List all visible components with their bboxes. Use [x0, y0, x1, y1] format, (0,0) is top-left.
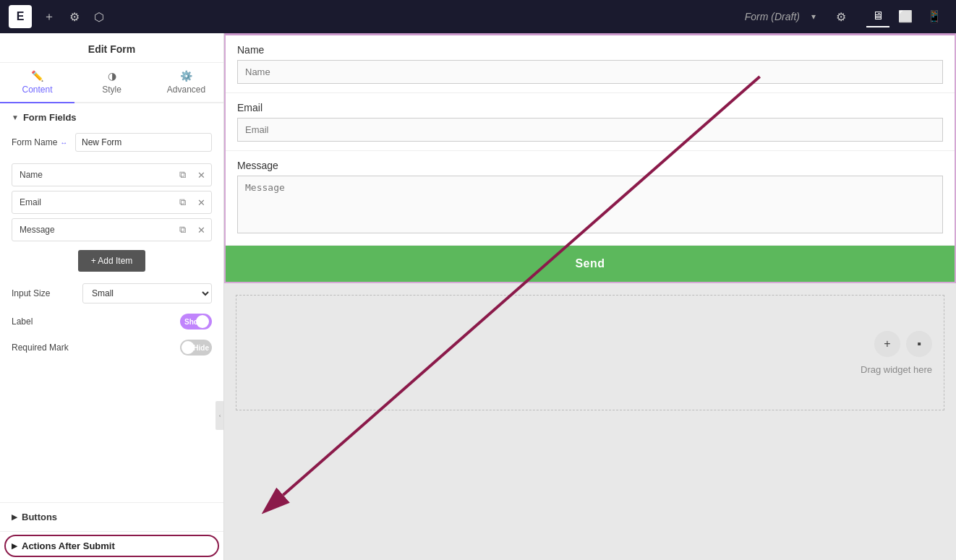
- form-field-message: Message: [226, 151, 955, 246]
- label-toggle-row: Label Show: [12, 314, 212, 329]
- tab-style[interactable]: ◑ Style: [74, 63, 149, 102]
- desktop-view-btn[interactable]: 🖥: [866, 7, 889, 27]
- add-item-button[interactable]: + Add Item: [78, 250, 146, 272]
- sidebar-tabs: ✏️ Content ◑ Style ⚙️ Advanced: [0, 63, 223, 103]
- required-mark-toggle-row: Required Mark Hide: [12, 340, 212, 356]
- name-field-input[interactable]: [237, 60, 943, 84]
- content-tab-icon: ✏️: [31, 70, 43, 82]
- field-remove-btn-name[interactable]: ✕: [192, 165, 211, 185]
- tab-content[interactable]: ✏️ Content: [0, 63, 74, 103]
- sidebar-content: ▼ Form Fields Form Name ↔ Name ⧉ ✕: [0, 103, 223, 502]
- main-layout: Edit Form ✏️ Content ◑ Style ⚙️ Advanced…: [0, 33, 956, 560]
- view-icons: 🖥 ⬜ 📱: [866, 7, 947, 27]
- form-field-email: Email: [226, 93, 955, 151]
- email-field-input[interactable]: [237, 118, 943, 142]
- field-copy-btn-name[interactable]: ⧉: [174, 165, 192, 185]
- form-fields-section-header[interactable]: ▼ Form Fields: [12, 112, 212, 123]
- field-item-name: Name ⧉ ✕: [12, 163, 212, 186]
- input-size-label: Input Size: [12, 288, 77, 298]
- input-size-select[interactable]: Small Medium Large: [82, 283, 212, 303]
- input-size-row: Input Size Small Medium Large: [12, 283, 212, 303]
- drag-widget-area: + ▪ Drag widget here: [236, 295, 944, 410]
- actions-section-header[interactable]: ▶ Actions After Submit: [12, 540, 212, 551]
- field-item-message: Message ⧉ ✕: [12, 218, 212, 241]
- section-arrow-icon: ▼: [12, 113, 19, 121]
- field-remove-btn-message[interactable]: ✕: [192, 220, 211, 240]
- sidebar-title: Edit Form: [0, 33, 223, 63]
- send-button[interactable]: Send: [226, 246, 955, 282]
- layers-icon[interactable]: ⬡: [91, 7, 107, 27]
- tablet-view-btn[interactable]: ⬜: [892, 7, 918, 27]
- folder-widget-btn[interactable]: ▪: [906, 331, 932, 357]
- add-widget-btn[interactable]: +: [874, 331, 900, 357]
- form-name-row: Form Name ↔: [12, 133, 212, 152]
- actions-after-submit-section: ▶ Actions After Submit: [0, 531, 223, 560]
- actions-arrow-icon: ▶: [12, 542, 17, 550]
- topbar-gear-icon[interactable]: ⚙: [836, 10, 846, 24]
- add-icon[interactable]: ＋: [40, 7, 58, 27]
- page-title: Form (Draft): [745, 11, 800, 22]
- required-mark-label: Required Mark: [12, 343, 180, 353]
- drag-area-text: Drag widget here: [861, 364, 932, 375]
- tab-advanced[interactable]: ⚙️ Advanced: [149, 63, 223, 102]
- label-toggle-label: Label: [12, 316, 180, 327]
- buttons-section-header[interactable]: ▶ Buttons: [12, 512, 212, 522]
- canvas: Name Email Message Send + ▪ Drag widget …: [224, 33, 956, 560]
- settings-icon[interactable]: ⚙: [67, 7, 82, 27]
- buttons-section: ▶ Buttons: [0, 502, 223, 531]
- email-field-label: Email: [237, 102, 943, 113]
- elementor-logo[interactable]: E: [9, 5, 32, 28]
- buttons-arrow-icon: ▶: [12, 513, 17, 521]
- collapse-handle-button[interactable]: ‹: [215, 401, 224, 430]
- form-name-label: Form Name ↔: [12, 137, 69, 147]
- field-copy-btn-email[interactable]: ⧉: [174, 192, 192, 212]
- advanced-tab-icon: ⚙️: [180, 70, 192, 82]
- form-preview: Name Email Message Send: [224, 33, 956, 283]
- field-remove-btn-email[interactable]: ✕: [192, 193, 211, 212]
- topbar: E ＋ ⚙ ⬡ Form (Draft) ▾ ⚙ 🖥 ⬜ 📱: [0, 0, 956, 33]
- title-chevron-icon[interactable]: ▾: [811, 12, 816, 22]
- label-toggle[interactable]: Show: [180, 314, 212, 329]
- form-name-input[interactable]: [75, 133, 212, 152]
- drag-area-icons: + ▪: [874, 331, 932, 357]
- name-field-label: Name: [237, 44, 943, 56]
- field-item-email: Email ⧉ ✕: [12, 191, 212, 214]
- message-field-label: Message: [237, 160, 943, 171]
- mobile-view-btn[interactable]: 📱: [921, 7, 947, 27]
- field-list: Name ⧉ ✕ Email ⧉ ✕ Message ⧉ ✕: [12, 163, 212, 241]
- message-field-textarea[interactable]: [237, 176, 943, 233]
- sidebar: Edit Form ✏️ Content ◑ Style ⚙️ Advanced…: [0, 33, 224, 560]
- field-copy-btn-message[interactable]: ⧉: [174, 220, 192, 240]
- form-field-name: Name: [226, 35, 955, 93]
- style-tab-icon: ◑: [108, 70, 116, 82]
- required-mark-toggle[interactable]: Hide: [180, 340, 212, 356]
- sync-icon[interactable]: ↔: [60, 139, 67, 147]
